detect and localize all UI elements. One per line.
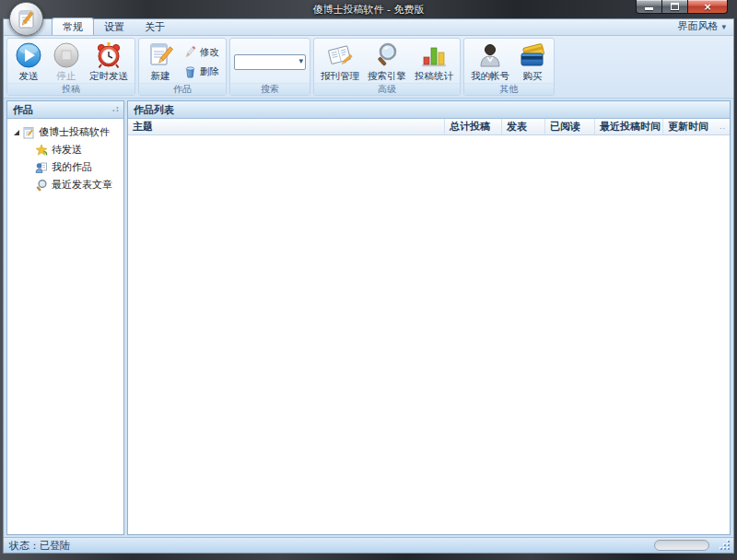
submission-statistics-button[interactable]: 投稿统计 xyxy=(411,41,457,83)
works-list-panel-title: 作品列表 xyxy=(134,103,174,117)
send-button-label: 发送 xyxy=(19,70,39,83)
ribbon-group-other: 我的帐号 购买 xyxy=(463,38,555,96)
ribbon-group-works: 新建 修改 xyxy=(138,38,227,96)
tree-item-pending-send-label: 待发送 xyxy=(52,143,82,157)
search-engine-button[interactable]: 搜索引擎 xyxy=(364,41,410,83)
column-header-recent-submission-time[interactable]: 最近投稿时间 xyxy=(595,119,663,134)
new-document-icon xyxy=(146,41,175,69)
account-icon xyxy=(475,41,505,69)
ribbon-group-search: ▾ 搜索 xyxy=(229,38,310,96)
minimize-icon xyxy=(645,7,653,10)
status-bar: 状态：已登陆 xyxy=(4,537,733,553)
header-grip-icon: .. xyxy=(719,124,726,130)
app-menu-orb[interactable] xyxy=(9,2,43,36)
purchase-icon xyxy=(518,41,547,69)
ribbon-group-submission: 发送 停止 xyxy=(6,38,135,96)
stop-button[interactable]: 停止 xyxy=(48,41,85,83)
column-header-subject[interactable]: 主题 xyxy=(128,119,445,134)
works-table-header: 主题 总计投稿 发表 已阅读 最近投稿时间 更新时间 .. xyxy=(128,119,730,135)
works-panel: 作品 .: 傻博士投稿软件 xyxy=(6,100,124,535)
interface-style-dropdown[interactable]: 界面风格 ▾ xyxy=(677,19,726,33)
my-account-button-label: 我的帐号 xyxy=(471,70,509,83)
tree-item-recent-articles-label: 最近发表文章 xyxy=(52,178,112,192)
journal-manage-button[interactable]: 报刊管理 xyxy=(317,41,363,83)
chevron-down-icon: ▾ xyxy=(721,22,726,31)
tree-item-my-works[interactable]: 我的作品 xyxy=(9,158,122,176)
status-progress-box xyxy=(654,540,709,551)
column-header-published[interactable]: 发表 xyxy=(502,119,545,134)
tab-general[interactable]: 常规 xyxy=(52,18,94,35)
modify-work-button[interactable]: 修改 xyxy=(181,44,221,60)
journal-manage-button-label: 报刊管理 xyxy=(321,70,359,83)
new-work-button-label: 新建 xyxy=(151,70,170,83)
window-title: 傻博士投稿软件 - 免费版 xyxy=(0,3,737,17)
app-surface: 常规 设置 关于 界面风格 ▾ xyxy=(3,18,734,554)
close-button[interactable]: × xyxy=(688,0,728,14)
interface-style-label: 界面风格 xyxy=(677,19,718,33)
column-header-total-submissions[interactable]: 总计投稿 xyxy=(445,119,502,134)
title-bar[interactable]: 傻博士投稿软件 - 免费版 xyxy=(0,0,737,18)
maximize-icon xyxy=(671,3,679,10)
minimize-button[interactable] xyxy=(636,0,662,14)
search-engine-button-label: 搜索引擎 xyxy=(368,70,406,83)
send-button[interactable]: 发送 xyxy=(10,41,47,83)
ribbon-group-label-works: 作品 xyxy=(139,83,226,95)
tree-item-pending-send[interactable]: 待发送 xyxy=(9,141,122,158)
new-work-button[interactable]: 新建 xyxy=(142,41,179,83)
modify-work-button-label: 修改 xyxy=(200,46,219,59)
column-header-read[interactable]: 已阅读 xyxy=(545,119,595,134)
tab-about[interactable]: 关于 xyxy=(135,18,175,35)
notepad-icon xyxy=(22,126,35,139)
ribbon: 发送 停止 xyxy=(4,36,733,99)
statistics-icon xyxy=(419,41,449,69)
search-combobox[interactable]: ▾ xyxy=(234,54,306,70)
panel-grip-icon: .: xyxy=(112,107,120,112)
alarm-clock-icon xyxy=(94,41,123,69)
submission-statistics-button-label: 投稿统计 xyxy=(415,70,453,83)
resize-grip[interactable] xyxy=(719,540,731,551)
send-queue-icon xyxy=(35,144,48,157)
tree-item-my-works-label: 我的作品 xyxy=(52,160,92,174)
my-account-button[interactable]: 我的帐号 xyxy=(467,41,513,83)
journal-manage-icon xyxy=(325,41,355,69)
search-engine-icon xyxy=(372,41,402,69)
scheduled-send-button[interactable]: 定时发送 xyxy=(86,41,132,83)
close-icon: × xyxy=(703,2,711,12)
application-window: 傻博士投稿软件 - 免费版 × 常规 设置 关于 xyxy=(0,0,737,560)
works-list-panel-header: 作品列表 xyxy=(128,101,730,119)
tree-expand-icon[interactable] xyxy=(11,130,22,135)
my-works-icon xyxy=(35,161,48,174)
scheduled-send-button-label: 定时发送 xyxy=(89,70,128,83)
window-controls: × xyxy=(636,0,728,14)
content-area: 作品 .: 傻博士投稿软件 xyxy=(4,99,733,537)
ribbon-tab-row: 常规 设置 关于 界面风格 ▾ xyxy=(4,19,733,36)
app-notepad-icon xyxy=(17,8,37,30)
works-tree: 傻博士投稿软件 待发送 xyxy=(7,119,123,534)
delete-work-button-label: 删除 xyxy=(200,65,219,78)
recent-articles-search-icon xyxy=(35,179,48,192)
works-panel-header: 作品 .: xyxy=(7,101,123,119)
tree-item-recent-articles[interactable]: 最近发表文章 xyxy=(9,176,122,193)
maximize-button[interactable] xyxy=(662,0,688,14)
ribbon-group-advanced: 报刊管理 搜索引擎 xyxy=(313,38,461,96)
purchase-button[interactable]: 购买 xyxy=(514,41,551,83)
trash-icon xyxy=(183,64,197,78)
tab-settings[interactable]: 设置 xyxy=(94,18,135,35)
tree-item-root[interactable]: 傻博士投稿软件 xyxy=(9,123,122,141)
works-panel-title: 作品 xyxy=(13,103,33,117)
ribbon-group-label-advanced: 高级 xyxy=(314,83,460,95)
works-list-panel: 作品列表 主题 总计投稿 发表 已阅读 最近投稿时间 更新时间 .. xyxy=(127,100,731,535)
stop-icon xyxy=(52,41,81,69)
pencil-icon xyxy=(183,45,197,59)
ribbon-group-label-other: 其他 xyxy=(464,83,554,95)
works-table-body[interactable] xyxy=(128,135,730,534)
status-text: 状态：已登陆 xyxy=(9,539,70,553)
stop-button-label: 停止 xyxy=(57,70,76,83)
delete-work-button[interactable]: 删除 xyxy=(181,64,221,79)
tree-item-root-label: 傻博士投稿软件 xyxy=(39,125,110,139)
chevron-down-icon[interactable]: ▾ xyxy=(298,56,303,65)
purchase-button-label: 购买 xyxy=(523,70,543,83)
send-play-icon xyxy=(14,41,43,69)
ribbon-group-label-search: 搜索 xyxy=(230,83,310,95)
ribbon-group-label-submission: 投稿 xyxy=(7,83,135,95)
